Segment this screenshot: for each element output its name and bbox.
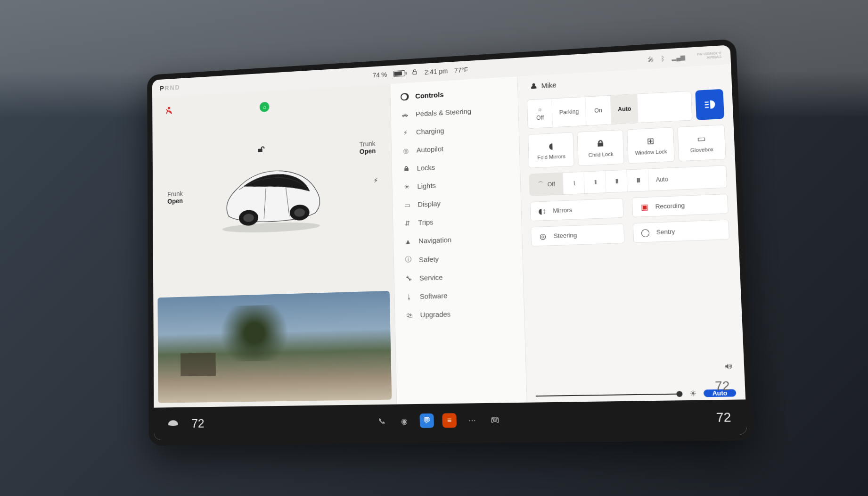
dashcam-icon: ▣ bbox=[639, 202, 650, 212]
opt-label: Auto bbox=[618, 106, 631, 113]
glovebox-button[interactable]: ▭ Glovebox bbox=[678, 124, 726, 161]
wipers-off[interactable]: ⌒ Off bbox=[530, 173, 564, 196]
brightness-icon: ☀︎ bbox=[689, 389, 697, 398]
adjust-row-1: ◖↕ Mirrors ▣ Recording bbox=[530, 194, 729, 221]
quick-label: Child Lock bbox=[588, 151, 613, 158]
window-lock-icon: ⊞ bbox=[647, 136, 654, 147]
volume-icon[interactable]: 🔊︎ bbox=[725, 362, 733, 371]
lock-icon: 🔒︎ bbox=[402, 165, 410, 173]
toggle-icon bbox=[401, 93, 409, 101]
opt-label: Auto bbox=[656, 176, 668, 183]
charge-port-icon[interactable]: ⚡︎ bbox=[374, 176, 378, 184]
window-lock-button[interactable]: ⊞ Window Lock bbox=[627, 127, 675, 164]
wiper-icon: ⌒ bbox=[538, 181, 544, 189]
menu-upgrades[interactable]: 🛍︎ Upgrades bbox=[395, 303, 524, 325]
dock-toybox-icon[interactable]: 🎮︎ bbox=[488, 413, 502, 427]
menu-label: Controls bbox=[415, 91, 444, 100]
fold-mirrors-button[interactable]: ◖ Fold Mirrors bbox=[528, 132, 574, 168]
bolt-icon: ⚡︎ bbox=[401, 129, 410, 137]
vehicle-touchscreen: PRND 74 % 2:41 pm 77°F 🎤︎ ᛒ ▂▄▆ PASSENGE… bbox=[147, 39, 753, 446]
brightness-slider[interactable] bbox=[536, 393, 682, 397]
person-icon: 👤︎ bbox=[530, 82, 538, 91]
driver-temp[interactable]: 72 bbox=[191, 416, 204, 430]
wipers-4[interactable]: IIII bbox=[627, 169, 649, 192]
dock-camera-icon[interactable]: ◉ bbox=[397, 413, 411, 428]
dock-messages-icon[interactable]: 💬︎ bbox=[419, 413, 434, 428]
nav-icon: ▲ bbox=[404, 237, 412, 245]
bluetooth-icon[interactable]: ᛒ bbox=[661, 55, 665, 63]
tick: II bbox=[594, 179, 596, 186]
wipers-3[interactable]: III bbox=[606, 170, 628, 193]
dock-right: 72 bbox=[716, 409, 731, 425]
high-beam-button[interactable] bbox=[695, 89, 724, 120]
lights-on[interactable]: On bbox=[585, 96, 611, 125]
ghost-label: Mirrors bbox=[553, 207, 573, 215]
wipers-auto[interactable]: Auto bbox=[648, 168, 675, 190]
ghost-label: Sentry bbox=[656, 228, 675, 236]
tick: I bbox=[573, 180, 574, 187]
sentry-button[interactable]: ◯ Sentry bbox=[633, 220, 729, 243]
menu-label: Lights bbox=[417, 182, 436, 190]
settings-menu: Controls 🚗︎ Pedals & Steering ⚡︎ Chargin… bbox=[390, 76, 527, 404]
headlights-segment: ☼ Off Parking On Auto bbox=[527, 91, 692, 129]
dock-apps: 📞︎ ◉ 💬︎ ≡ ⋯ 🎮︎ bbox=[375, 413, 503, 429]
display-icon: ▭ bbox=[403, 201, 411, 209]
dock-phone-icon[interactable]: 📞︎ bbox=[375, 414, 389, 429]
dock-more-icon[interactable]: ⋯ bbox=[465, 413, 479, 428]
quick-actions: ◖ Fold Mirrors 🔒︎ Child Lock ⊞ Window Lo… bbox=[528, 124, 726, 168]
steering-wheel-icon: ◎ bbox=[401, 147, 410, 155]
wipers-1[interactable]: I bbox=[563, 172, 585, 194]
opt-label: Off bbox=[536, 114, 544, 121]
menu-label: Autopilot bbox=[417, 145, 444, 154]
quick-label: Glovebox bbox=[690, 146, 714, 153]
car-status-panel: ⌂ 🔓︎ Frunk Open Trunk Open ⚡︎ bbox=[152, 84, 396, 408]
wrench-icon: 🔧︎ bbox=[404, 274, 413, 282]
gear-indicator: PRND bbox=[160, 83, 180, 92]
wipers-2[interactable]: II bbox=[584, 171, 606, 193]
frunk-action: Open bbox=[167, 197, 183, 205]
car-lock-icon[interactable]: 🔓︎ bbox=[258, 145, 265, 154]
outside-temp: 77°F bbox=[454, 66, 468, 74]
dock-app-red[interactable]: ≡ bbox=[442, 413, 457, 428]
menu-label: Navigation bbox=[418, 236, 451, 245]
seatbelt-warning-icon bbox=[164, 106, 174, 119]
mic-icon[interactable]: 🎤︎ bbox=[648, 56, 655, 63]
camera-feed[interactable] bbox=[157, 291, 392, 403]
lock-open-icon[interactable] bbox=[411, 68, 418, 76]
menu-label: Service bbox=[419, 273, 443, 282]
lights-off[interactable]: ☼ Off bbox=[527, 99, 553, 128]
passenger-temp[interactable]: 72 bbox=[716, 409, 731, 425]
adjust-mirrors-button[interactable]: ◖↕ Mirrors bbox=[530, 198, 624, 221]
battery-icon bbox=[393, 70, 405, 77]
frunk-button[interactable]: Frunk Open bbox=[167, 190, 183, 205]
glovebox-icon: ▭ bbox=[697, 133, 706, 144]
homelink-icon[interactable]: ⌂ bbox=[260, 102, 270, 112]
lights-parking[interactable]: Parking bbox=[552, 97, 587, 127]
gear-others: RND bbox=[165, 83, 180, 91]
opt-label: On bbox=[594, 107, 602, 114]
quick-label: Fold Mirrors bbox=[537, 153, 565, 160]
profile-name: Mike bbox=[541, 81, 556, 90]
dashcam-recording-button[interactable]: ▣ Recording bbox=[632, 194, 729, 217]
lights-auto[interactable]: Auto bbox=[611, 94, 639, 124]
screen-root: PRND 74 % 2:41 pm 77°F 🎤︎ ᛒ ▂▄▆ PASSENGE… bbox=[152, 45, 747, 440]
car-dock-icon[interactable] bbox=[167, 418, 179, 429]
sun-off-icon: ☼ bbox=[537, 106, 543, 113]
right-temp-preview: 72 bbox=[715, 378, 730, 394]
child-lock-button[interactable]: 🔒︎ Child Lock bbox=[577, 130, 624, 166]
menu-label: Charging bbox=[416, 126, 444, 136]
trunk-button[interactable]: Trunk Open bbox=[359, 140, 376, 155]
svg-rect-0 bbox=[413, 72, 417, 74]
info-icon: ⓘ bbox=[404, 256, 412, 265]
bag-icon: 🛍︎ bbox=[405, 311, 414, 319]
menu-label: Display bbox=[418, 199, 441, 208]
wipers-row: ⌒ Off I II III IIII Auto bbox=[529, 165, 727, 196]
tick: III bbox=[615, 178, 618, 185]
car-render[interactable] bbox=[213, 157, 329, 235]
menu-label: Upgrades bbox=[420, 310, 451, 319]
headlights-row: ☼ Off Parking On Auto bbox=[527, 89, 724, 129]
menu-label: Pedals & Steering bbox=[416, 107, 471, 118]
menu-label: Safety bbox=[419, 255, 439, 263]
tick: IIII bbox=[636, 177, 639, 184]
adjust-steering-button[interactable]: ◎ Steering bbox=[531, 223, 624, 247]
